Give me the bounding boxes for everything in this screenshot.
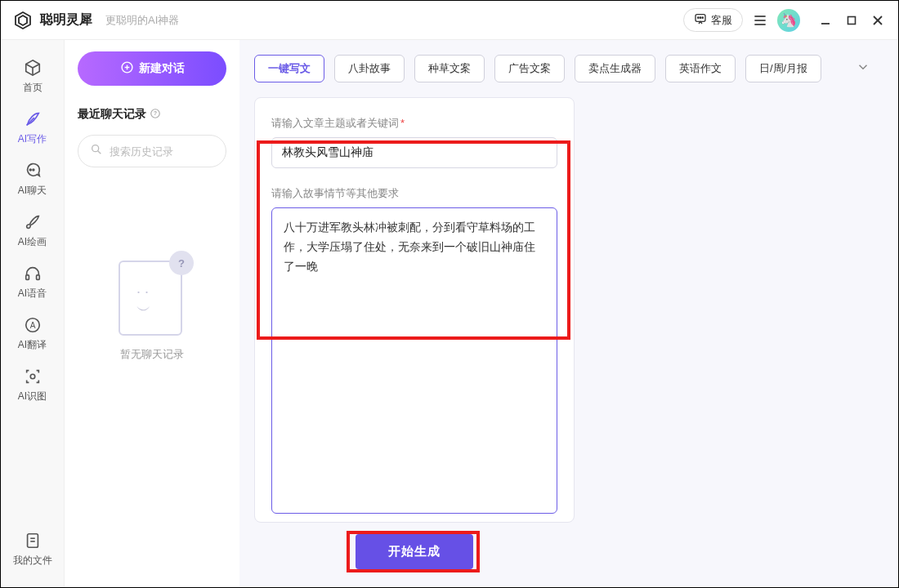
nav-ai-image-recognition[interactable]: AI识图 [8, 360, 57, 412]
tab-gossip-story[interactable]: 八卦故事 [334, 55, 405, 82]
nav-label: AI绘画 [18, 235, 47, 249]
svg-point-4 [700, 17, 700, 18]
window-minimize-icon[interactable] [816, 11, 834, 29]
generate-row: 开始生成 [254, 534, 575, 569]
user-avatar[interactable]: 🦄 [777, 9, 800, 32]
sidebar: 新建对话 最近聊天记录 ? · ·︶ ? 暂无聊天记录 [65, 40, 239, 587]
form-card: 请输入文章主题或者关键词* 请输入故事情节等其他要求 [254, 97, 575, 523]
svg-point-3 [698, 17, 699, 18]
svg-line-34 [98, 151, 101, 154]
detail-textarea[interactable] [271, 207, 557, 514]
svg-point-24 [30, 374, 35, 379]
nav-ai-writing[interactable]: AI写作 [8, 103, 57, 154]
svg-rect-10 [848, 16, 856, 24]
svg-line-15 [33, 64, 39, 68]
content-area: 一键写文 八卦故事 种草文案 广告文案 卖点生成器 英语作文 日/周/月报 请输… [239, 40, 898, 587]
titlebar: 聪明灵犀 更聪明的AI神器 客服 🦄 [1, 1, 898, 40]
customer-service-button[interactable]: 客服 [683, 8, 743, 32]
svg-marker-1 [19, 16, 27, 25]
feather-icon [23, 109, 42, 129]
tab-selling-points[interactable]: 卖点生成器 [575, 55, 655, 82]
chat-icon [23, 161, 42, 180]
tab-one-click-write[interactable]: 一键写文 [254, 55, 324, 82]
hamburger-menu-icon[interactable] [751, 11, 769, 29]
app-logo-icon [12, 10, 34, 31]
svg-point-19 [33, 169, 34, 171]
nav-label: AI语音 [18, 287, 47, 301]
main-area: 首页 AI写作 AI聊天 AI绘画 AI语音 [1, 40, 898, 587]
headphones-icon [23, 264, 42, 283]
tab-english-essay[interactable]: 英语作文 [665, 55, 736, 82]
svg-text:?: ? [154, 110, 157, 116]
chevron-down-icon[interactable] [851, 55, 875, 82]
file-icon [23, 531, 42, 550]
window-maximize-icon[interactable] [843, 11, 861, 29]
generate-button[interactable]: 开始生成 [356, 534, 473, 569]
nav-label: AI翻译 [18, 338, 47, 352]
search-icon [90, 143, 103, 159]
svg-rect-21 [36, 275, 39, 280]
logo-area: 聪明灵犀 更聪明的AI神器 [12, 10, 179, 31]
new-chat-label: 新建对话 [139, 61, 185, 76]
nav-ai-paint[interactable]: AI绘画 [8, 206, 57, 257]
title-right: 客服 🦄 [683, 8, 887, 32]
detail-label: 请输入故事情节等其他要求 [271, 186, 557, 201]
tabs-row: 一键写文 八卦故事 种草文案 广告文案 卖点生成器 英语作文 日/周/月报 [254, 55, 875, 82]
search-input[interactable] [110, 145, 247, 158]
nav-ai-translate[interactable]: A AI翻译 [8, 309, 57, 360]
app-subtitle: 更聪明的AI神器 [105, 13, 179, 28]
nav-my-files[interactable]: 我的文件 [8, 524, 57, 576]
topic-input[interactable] [271, 137, 557, 168]
cube-icon [23, 58, 42, 78]
info-icon: ? [150, 108, 161, 122]
nav-label: AI写作 [18, 132, 47, 146]
tab-ad-copy[interactable]: 广告文案 [494, 55, 565, 82]
svg-point-33 [92, 145, 99, 152]
svg-line-14 [25, 64, 32, 68]
nav-label: AI聊天 [18, 184, 47, 198]
empty-state: · ·︶ ? 暂无聊天记录 [78, 257, 226, 362]
svg-point-18 [29, 169, 31, 171]
new-chat-button[interactable]: 新建对话 [78, 51, 226, 86]
nav-ai-chat[interactable]: AI聊天 [8, 154, 57, 206]
svg-text:A: A [29, 321, 35, 330]
svg-point-5 [702, 17, 703, 18]
search-box[interactable] [78, 135, 226, 167]
cs-label: 客服 [711, 13, 732, 28]
nav-home[interactable]: 首页 [8, 51, 57, 103]
svg-rect-25 [27, 534, 38, 548]
brush-icon [23, 212, 42, 232]
nav-ai-voice[interactable]: AI语音 [8, 257, 57, 309]
empty-text: 暂无聊天记录 [120, 347, 184, 362]
chat-bubble-icon [694, 12, 707, 28]
svg-rect-20 [25, 275, 29, 280]
nav-rail: 首页 AI写作 AI聊天 AI绘画 AI语音 [1, 40, 65, 587]
recent-chat-title: 最近聊天记录 ? [78, 107, 226, 122]
app-title: 聪明灵犀 [40, 11, 92, 29]
image-scan-icon [23, 367, 42, 386]
tab-report[interactable]: 日/周/月报 [745, 55, 821, 82]
nav-label: 我的文件 [13, 554, 52, 568]
empty-document-icon: · ·︶ ? [119, 257, 186, 336]
plus-circle-icon [120, 60, 134, 77]
topic-label: 请输入文章主题或者关键词* [271, 116, 557, 131]
tab-seeding-copy[interactable]: 种草文案 [414, 55, 485, 82]
window-close-icon[interactable] [869, 11, 887, 29]
nav-label: 首页 [23, 81, 42, 95]
nav-label: AI识图 [18, 390, 47, 403]
translate-icon: A [23, 315, 42, 335]
